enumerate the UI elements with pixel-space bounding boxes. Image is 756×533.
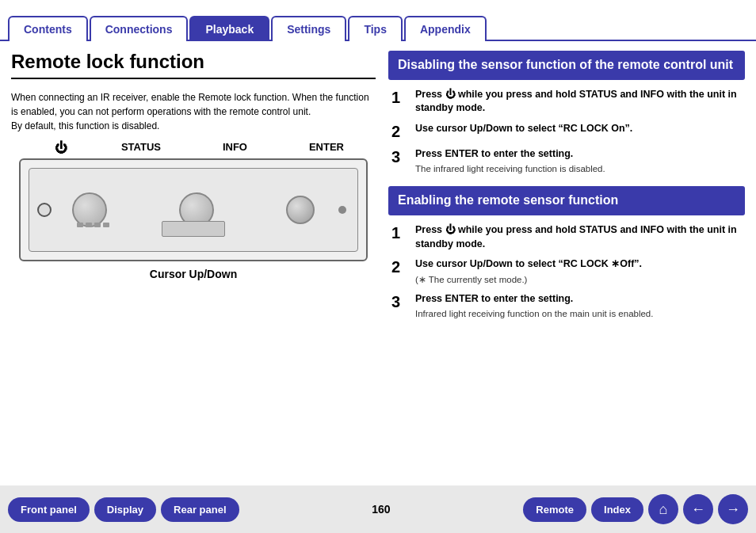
enable-step-num-1: 1 [391, 223, 409, 242]
right-column: Disabling the sensor function of the rem… [388, 51, 745, 479]
enable-step-sub-3: Infrared light receiving function on the… [415, 307, 742, 320]
device-inner [29, 168, 358, 252]
small-btn-3 [94, 223, 101, 227]
step-content-3: Press ENTER to enter the setting. The in… [415, 147, 742, 176]
enable-step-sub-2: (∗ The currently set mode.) [415, 273, 742, 286]
step-main-3: Press ENTER to enter the setting. [415, 147, 742, 162]
forward-button[interactable]: → [718, 494, 748, 524]
device-diagram: ⏻ STATUS INFO ENTER [11, 141, 376, 280]
enter-label: ENTER [309, 141, 344, 155]
left-column: Remote lock function When connecting an … [11, 51, 376, 479]
enable-step-num-2: 2 [391, 257, 409, 276]
step-content-2: Use cursor Up/Down to select “RC LOCK On… [415, 122, 742, 136]
nav-tab-playback[interactable]: Playback [189, 16, 269, 41]
small-btn-4 [103, 223, 109, 227]
disable-step-3: 3 Press ENTER to enter the setting. The … [388, 147, 745, 176]
display-panel [162, 221, 225, 237]
small-btn-2 [86, 223, 92, 227]
nav-tab-settings[interactable]: Settings [271, 16, 346, 41]
nav-tab-contents[interactable]: Contents [8, 16, 88, 41]
enable-step-content-3: Press ENTER to enter the setting. Infrar… [415, 292, 742, 321]
enable-section-header: Enabling the remote sensor function [388, 186, 745, 215]
rear-panel-button[interactable]: Rear panel [161, 497, 239, 522]
enable-step-2: 2 Use cursor Up/Down to select “RC LOCK … [388, 257, 745, 286]
status-label: STATUS [121, 141, 161, 155]
power-label: ⏻ [55, 141, 67, 155]
enable-step-num-3: 3 [391, 292, 409, 311]
disable-step-1: 1 Press ⏻ while you press and hold STATU… [388, 88, 745, 116]
small-btn-1 [77, 223, 83, 227]
enable-step-main-1: Press ⏻ while you press and hold STATUS … [415, 223, 742, 251]
info-label: INFO [223, 141, 247, 155]
nav-tab-connections[interactable]: Connections [90, 16, 189, 41]
power-button-icon [37, 203, 52, 217]
page-number: 160 [244, 503, 519, 516]
nav-tab-tips[interactable]: Tips [348, 16, 403, 41]
back-button[interactable]: ← [683, 494, 713, 524]
step-num-3: 3 [391, 147, 409, 166]
enable-step-3: 3 Press ENTER to enter the setting. Infr… [388, 292, 745, 321]
nav-tab-appendix[interactable]: Appendix [404, 16, 487, 41]
remote-button[interactable]: Remote [523, 497, 586, 522]
index-button[interactable]: Index [591, 497, 643, 522]
navigation-tabs: ContentsConnectionsPlaybackSettingsTipsA… [0, 0, 756, 41]
enable-step-content-1: Press ⏻ while you press and hold STATUS … [415, 223, 742, 251]
device-box [19, 158, 368, 261]
diagram-labels: ⏻ STATUS INFO ENTER [11, 141, 376, 155]
main-content: Remote lock function When connecting an … [0, 41, 756, 485]
enable-section: Enabling the remote sensor function 1 Pr… [388, 186, 745, 320]
step-main-2: Use cursor Up/Down to select “RC LOCK On… [415, 122, 742, 136]
small-buttons [77, 223, 109, 227]
step-sub-3: The infrared light receiving function is… [415, 162, 742, 175]
disable-section-header: Disabling the sensor function of the rem… [388, 51, 745, 80]
enable-step-1: 1 Press ⏻ while you press and hold STATU… [388, 223, 745, 251]
step-main-1: Press ⏻ while you press and hold STATUS … [415, 88, 742, 116]
disable-step-2: 2 Use cursor Up/Down to select “RC LOCK … [388, 122, 745, 141]
enable-step-main-3: Press ENTER to enter the setting. [415, 292, 742, 306]
intro-text: When connecting an IR receiver, enable t… [11, 90, 376, 133]
disable-section: Disabling the sensor function of the rem… [388, 51, 745, 175]
sensor-dot [338, 206, 346, 214]
enable-step-content-2: Use cursor Up/Down to select “RC LOCK ∗O… [415, 257, 742, 286]
home-button[interactable]: ⌂ [648, 494, 678, 524]
cursor-label: Cursor Up/Down [11, 268, 376, 280]
step-content-1: Press ⏻ while you press and hold STATUS … [415, 88, 742, 116]
enable-step-main-2: Use cursor Up/Down to select “RC LOCK ∗O… [415, 257, 742, 272]
front-panel-button[interactable]: Front panel [8, 497, 90, 522]
page-title: Remote lock function [11, 51, 376, 79]
display-button[interactable]: Display [94, 497, 156, 522]
step-num-2: 2 [391, 122, 409, 141]
step-num-1: 1 [391, 88, 409, 107]
footer: Front panel Display Rear panel 160 Remot… [0, 485, 756, 533]
right-knob [286, 196, 315, 224]
